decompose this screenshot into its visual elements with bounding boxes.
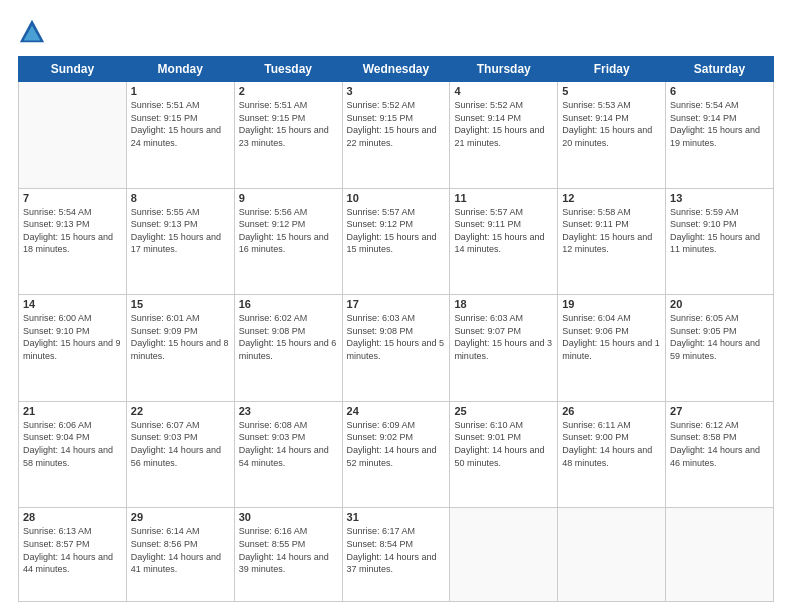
- calendar-week-row: 7Sunrise: 5:54 AMSunset: 9:13 PMDaylight…: [19, 188, 774, 295]
- logo: [18, 18, 50, 46]
- calendar-cell: 15Sunrise: 6:01 AMSunset: 9:09 PMDayligh…: [126, 295, 234, 402]
- day-info: Sunrise: 6:00 AMSunset: 9:10 PMDaylight:…: [23, 312, 122, 362]
- day-number: 21: [23, 405, 122, 417]
- day-info: Sunrise: 6:03 AMSunset: 9:08 PMDaylight:…: [347, 312, 446, 362]
- calendar-cell: 21Sunrise: 6:06 AMSunset: 9:04 PMDayligh…: [19, 401, 127, 508]
- calendar-cell: 1Sunrise: 5:51 AMSunset: 9:15 PMDaylight…: [126, 82, 234, 189]
- calendar-cell: 18Sunrise: 6:03 AMSunset: 9:07 PMDayligh…: [450, 295, 558, 402]
- calendar-cell: 29Sunrise: 6:14 AMSunset: 8:56 PMDayligh…: [126, 508, 234, 602]
- calendar-week-row: 28Sunrise: 6:13 AMSunset: 8:57 PMDayligh…: [19, 508, 774, 602]
- calendar-cell: 11Sunrise: 5:57 AMSunset: 9:11 PMDayligh…: [450, 188, 558, 295]
- weekday-header: Saturday: [666, 57, 774, 82]
- page: SundayMondayTuesdayWednesdayThursdayFrid…: [0, 0, 792, 612]
- calendar-cell: 14Sunrise: 6:00 AMSunset: 9:10 PMDayligh…: [19, 295, 127, 402]
- day-info: Sunrise: 6:10 AMSunset: 9:01 PMDaylight:…: [454, 419, 553, 469]
- calendar-cell: 25Sunrise: 6:10 AMSunset: 9:01 PMDayligh…: [450, 401, 558, 508]
- day-info: Sunrise: 5:57 AMSunset: 9:11 PMDaylight:…: [454, 206, 553, 256]
- calendar-cell: 6Sunrise: 5:54 AMSunset: 9:14 PMDaylight…: [666, 82, 774, 189]
- day-info: Sunrise: 6:16 AMSunset: 8:55 PMDaylight:…: [239, 525, 338, 575]
- day-number: 10: [347, 192, 446, 204]
- calendar: SundayMondayTuesdayWednesdayThursdayFrid…: [18, 56, 774, 602]
- calendar-cell: 19Sunrise: 6:04 AMSunset: 9:06 PMDayligh…: [558, 295, 666, 402]
- calendar-cell: 3Sunrise: 5:52 AMSunset: 9:15 PMDaylight…: [342, 82, 450, 189]
- calendar-cell: 20Sunrise: 6:05 AMSunset: 9:05 PMDayligh…: [666, 295, 774, 402]
- day-info: Sunrise: 5:54 AMSunset: 9:14 PMDaylight:…: [670, 99, 769, 149]
- day-info: Sunrise: 6:08 AMSunset: 9:03 PMDaylight:…: [239, 419, 338, 469]
- day-number: 15: [131, 298, 230, 310]
- day-info: Sunrise: 6:07 AMSunset: 9:03 PMDaylight:…: [131, 419, 230, 469]
- calendar-cell: 8Sunrise: 5:55 AMSunset: 9:13 PMDaylight…: [126, 188, 234, 295]
- calendar-cell: 16Sunrise: 6:02 AMSunset: 9:08 PMDayligh…: [234, 295, 342, 402]
- day-info: Sunrise: 6:09 AMSunset: 9:02 PMDaylight:…: [347, 419, 446, 469]
- calendar-cell: 30Sunrise: 6:16 AMSunset: 8:55 PMDayligh…: [234, 508, 342, 602]
- day-number: 14: [23, 298, 122, 310]
- day-info: Sunrise: 6:01 AMSunset: 9:09 PMDaylight:…: [131, 312, 230, 362]
- calendar-week-row: 14Sunrise: 6:00 AMSunset: 9:10 PMDayligh…: [19, 295, 774, 402]
- day-info: Sunrise: 6:06 AMSunset: 9:04 PMDaylight:…: [23, 419, 122, 469]
- calendar-cell: 12Sunrise: 5:58 AMSunset: 9:11 PMDayligh…: [558, 188, 666, 295]
- day-number: 18: [454, 298, 553, 310]
- calendar-cell: 27Sunrise: 6:12 AMSunset: 8:58 PMDayligh…: [666, 401, 774, 508]
- day-info: Sunrise: 5:53 AMSunset: 9:14 PMDaylight:…: [562, 99, 661, 149]
- day-info: Sunrise: 6:13 AMSunset: 8:57 PMDaylight:…: [23, 525, 122, 575]
- day-info: Sunrise: 6:17 AMSunset: 8:54 PMDaylight:…: [347, 525, 446, 575]
- day-number: 5: [562, 85, 661, 97]
- day-number: 6: [670, 85, 769, 97]
- day-info: Sunrise: 6:11 AMSunset: 9:00 PMDaylight:…: [562, 419, 661, 469]
- day-number: 11: [454, 192, 553, 204]
- day-info: Sunrise: 5:51 AMSunset: 9:15 PMDaylight:…: [131, 99, 230, 149]
- day-number: 19: [562, 298, 661, 310]
- calendar-cell: 7Sunrise: 5:54 AMSunset: 9:13 PMDaylight…: [19, 188, 127, 295]
- day-number: 16: [239, 298, 338, 310]
- weekday-header: Sunday: [19, 57, 127, 82]
- day-number: 31: [347, 511, 446, 523]
- weekday-header: Wednesday: [342, 57, 450, 82]
- day-number: 12: [562, 192, 661, 204]
- day-number: 17: [347, 298, 446, 310]
- day-info: Sunrise: 6:12 AMSunset: 8:58 PMDaylight:…: [670, 419, 769, 469]
- day-info: Sunrise: 5:51 AMSunset: 9:15 PMDaylight:…: [239, 99, 338, 149]
- calendar-cell: 24Sunrise: 6:09 AMSunset: 9:02 PMDayligh…: [342, 401, 450, 508]
- day-info: Sunrise: 5:57 AMSunset: 9:12 PMDaylight:…: [347, 206, 446, 256]
- day-number: 23: [239, 405, 338, 417]
- day-info: Sunrise: 6:03 AMSunset: 9:07 PMDaylight:…: [454, 312, 553, 362]
- day-info: Sunrise: 5:52 AMSunset: 9:14 PMDaylight:…: [454, 99, 553, 149]
- calendar-cell: 10Sunrise: 5:57 AMSunset: 9:12 PMDayligh…: [342, 188, 450, 295]
- calendar-cell: 22Sunrise: 6:07 AMSunset: 9:03 PMDayligh…: [126, 401, 234, 508]
- day-number: 1: [131, 85, 230, 97]
- day-info: Sunrise: 6:05 AMSunset: 9:05 PMDaylight:…: [670, 312, 769, 362]
- weekday-header: Friday: [558, 57, 666, 82]
- day-number: 3: [347, 85, 446, 97]
- day-number: 22: [131, 405, 230, 417]
- day-number: 20: [670, 298, 769, 310]
- day-number: 29: [131, 511, 230, 523]
- calendar-cell: 28Sunrise: 6:13 AMSunset: 8:57 PMDayligh…: [19, 508, 127, 602]
- calendar-cell: 17Sunrise: 6:03 AMSunset: 9:08 PMDayligh…: [342, 295, 450, 402]
- calendar-cell: [450, 508, 558, 602]
- day-info: Sunrise: 5:54 AMSunset: 9:13 PMDaylight:…: [23, 206, 122, 256]
- day-info: Sunrise: 5:59 AMSunset: 9:10 PMDaylight:…: [670, 206, 769, 256]
- day-info: Sunrise: 5:56 AMSunset: 9:12 PMDaylight:…: [239, 206, 338, 256]
- calendar-cell: [666, 508, 774, 602]
- day-number: 26: [562, 405, 661, 417]
- day-number: 24: [347, 405, 446, 417]
- day-info: Sunrise: 6:14 AMSunset: 8:56 PMDaylight:…: [131, 525, 230, 575]
- day-number: 2: [239, 85, 338, 97]
- day-info: Sunrise: 5:55 AMSunset: 9:13 PMDaylight:…: [131, 206, 230, 256]
- day-number: 30: [239, 511, 338, 523]
- day-number: 27: [670, 405, 769, 417]
- day-number: 28: [23, 511, 122, 523]
- weekday-header: Tuesday: [234, 57, 342, 82]
- weekday-header: Monday: [126, 57, 234, 82]
- day-info: Sunrise: 6:04 AMSunset: 9:06 PMDaylight:…: [562, 312, 661, 362]
- calendar-cell: [558, 508, 666, 602]
- day-number: 7: [23, 192, 122, 204]
- weekday-header: Thursday: [450, 57, 558, 82]
- calendar-week-row: 1Sunrise: 5:51 AMSunset: 9:15 PMDaylight…: [19, 82, 774, 189]
- day-number: 8: [131, 192, 230, 204]
- calendar-cell: 23Sunrise: 6:08 AMSunset: 9:03 PMDayligh…: [234, 401, 342, 508]
- calendar-cell: 4Sunrise: 5:52 AMSunset: 9:14 PMDaylight…: [450, 82, 558, 189]
- calendar-cell: 26Sunrise: 6:11 AMSunset: 9:00 PMDayligh…: [558, 401, 666, 508]
- header: [18, 18, 774, 46]
- day-number: 9: [239, 192, 338, 204]
